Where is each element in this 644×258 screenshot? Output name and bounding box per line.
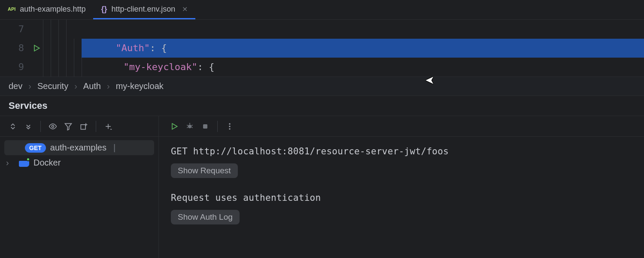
show-request-button[interactable]: Show Request: [171, 163, 238, 178]
line-number: 9: [0, 58, 30, 77]
tree-item-docker[interactable]: › Docker: [4, 155, 154, 170]
svg-point-1: [52, 125, 54, 127]
expand-collapse-icon[interactable]: [6, 120, 20, 133]
line-number: 8: [0, 39, 30, 58]
run-icon[interactable]: [30, 39, 43, 58]
tree-item-label: auth-examples: [50, 143, 106, 153]
services-panel-title: Services: [0, 96, 644, 116]
filter-icon[interactable]: [61, 120, 75, 133]
code-line[interactable]: "Auth": {: [74, 20, 644, 39]
run-icon[interactable]: [167, 120, 181, 133]
chevron-right-icon: ›: [107, 81, 110, 91]
code-line[interactable]: "my-keycloak": {: [82, 39, 644, 58]
svg-point-19: [229, 128, 230, 129]
tree-item-label: Docker: [33, 158, 61, 168]
breadcrumb-item[interactable]: my-keycloak: [116, 81, 164, 91]
line-number: 7: [0, 20, 30, 39]
editor-tabs: API auth-examples.http {} http-client.en…: [0, 0, 644, 20]
stop-icon[interactable]: [198, 120, 212, 133]
svg-point-17: [229, 123, 230, 124]
svg-line-15: [191, 127, 193, 128]
more-icon[interactable]: [223, 120, 237, 133]
request-toolbar: [159, 116, 644, 137]
gutter-run-placeholder: [30, 58, 43, 77]
docker-icon: [19, 159, 29, 167]
api-icon: API: [8, 6, 15, 12]
svg-line-13: [191, 125, 193, 126]
breadcrumb-item[interactable]: Auth: [83, 81, 101, 91]
svg-line-14: [187, 127, 188, 128]
svg-point-18: [229, 126, 230, 127]
breadcrumb-item[interactable]: Security: [37, 81, 68, 91]
eye-icon[interactable]: [46, 120, 60, 133]
add-icon[interactable]: [101, 120, 115, 133]
request-line: GET http://localhost:8081/resource-serve…: [171, 144, 632, 159]
code-editor[interactable]: 7 "Auth": { 8 "my-keycloak": { 9 "type":…: [0, 20, 644, 77]
gutter-run-placeholder: [30, 20, 43, 39]
http-method-badge: GET: [25, 143, 46, 153]
chevron-right-icon: ›: [28, 81, 31, 91]
text-caret-icon: |: [113, 143, 122, 153]
chevron-right-icon[interactable]: ›: [6, 158, 15, 168]
new-window-icon[interactable]: [77, 120, 91, 133]
collapse-all-icon[interactable]: [21, 120, 35, 133]
separator: [96, 121, 96, 132]
tree-body: GET auth-examples | › Docker: [0, 137, 158, 174]
svg-rect-3: [81, 124, 85, 129]
indent-guides: [43, 58, 89, 77]
tab-auth-examples[interactable]: API auth-examples.http: [0, 0, 93, 19]
tab-label: http-client.env.json: [111, 5, 175, 14]
svg-marker-0: [34, 45, 39, 51]
request-panel: GET http://localhost:8081/resource-serve…: [159, 116, 644, 258]
indent-guides: [43, 39, 82, 58]
svg-point-10: [188, 124, 191, 128]
breadcrumb-item[interactable]: dev: [9, 81, 22, 91]
mouse-cursor-icon: ➤: [425, 74, 434, 87]
auth-info-line: Request uses authentication: [171, 191, 632, 206]
svg-line-12: [187, 125, 188, 126]
tab-label: auth-examples.http: [20, 5, 85, 14]
tree-toolbar: [0, 116, 158, 137]
debug-icon[interactable]: [183, 120, 197, 133]
separator: [40, 121, 41, 132]
indent-guides: [43, 20, 74, 39]
braces-icon: {}: [101, 5, 107, 14]
svg-marker-2: [65, 123, 72, 130]
separator: [217, 121, 218, 132]
tab-http-client-env[interactable]: {} http-client.env.json ✕: [93, 0, 195, 19]
chevron-right-icon: ›: [74, 81, 77, 91]
svg-rect-16: [203, 124, 207, 129]
show-auth-log-button[interactable]: Show Auth Log: [171, 210, 240, 224]
request-body: GET http://localhost:8081/resource-serve…: [159, 137, 644, 232]
tree-item-auth-examples[interactable]: GET auth-examples |: [4, 140, 154, 155]
close-icon[interactable]: ✕: [182, 5, 188, 13]
breadcrumb: dev › Security › Auth › my-keycloak ➤: [0, 77, 644, 96]
code-line[interactable]: "type": "oauth2",: [89, 58, 644, 77]
svg-marker-9: [172, 123, 177, 129]
services-panels: GET auth-examples | › Docker: [0, 116, 644, 258]
services-tree: GET auth-examples | › Docker: [0, 116, 159, 258]
